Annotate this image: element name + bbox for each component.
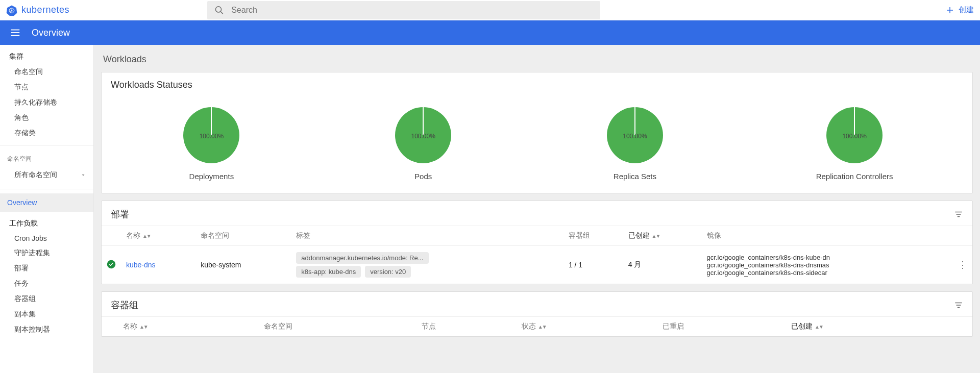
create-button-label: 创建	[959, 5, 974, 15]
row-actions-button[interactable]: ⋮	[958, 260, 967, 270]
sidebar-section-workloads: 工作负载	[0, 212, 93, 231]
status-pods: 100.00% Pods	[393, 105, 454, 181]
chevron-down-icon	[80, 172, 86, 178]
label-chip[interactable]: k8s-app: kube-dns	[296, 266, 361, 278]
namespace-picker[interactable]: 所有命名空间	[0, 165, 93, 185]
status-replicasets: 100.00% Replica Sets	[604, 105, 666, 181]
namespace-picker-value: 所有命名空间	[14, 170, 57, 180]
pie-percent-label: 100.00%	[842, 133, 866, 140]
pie-percent-label: 100.00%	[411, 133, 435, 140]
status-ok-icon	[107, 260, 116, 269]
status-caption: Deployments	[181, 172, 242, 181]
sidebar-item-jobs[interactable]: 任务	[0, 276, 93, 291]
brand[interactable]: kubernetes	[6, 5, 69, 16]
sort-icon: ▲▼	[142, 233, 151, 239]
svg-rect-29	[958, 307, 960, 308]
sort-icon: ▲▼	[538, 324, 546, 330]
status-replicationcontrollers: 100.00% Replication Controllers	[816, 105, 893, 181]
col-node[interactable]: 节点	[416, 317, 517, 337]
col-pods[interactable]: 容器组	[564, 226, 623, 246]
status-caption: Pods	[393, 172, 454, 181]
statuses-title: Workloads Statuses	[111, 80, 192, 90]
create-button[interactable]: 创建	[945, 5, 974, 15]
brand-text: kubernetes	[21, 5, 69, 15]
sort-icon: ▲▼	[815, 324, 823, 330]
page-title: Workloads	[101, 52, 973, 72]
deployments-card: 部署 名称 ▲▼ 命名空间 标签 容器组 已创建 ▲▼ 镜像	[101, 201, 973, 284]
sidebar-item-daemonsets[interactable]: 守护进程集	[0, 245, 93, 261]
sidebar-item-replicationcontrollers[interactable]: 副本控制器	[0, 322, 93, 337]
cell-pods: 1 / 1	[564, 246, 623, 284]
svg-rect-25	[958, 216, 960, 217]
hamburger-menu-button[interactable]	[9, 27, 21, 39]
cell-images: gcr.io/google_containers/k8s-dns-kube-dn…	[702, 246, 953, 284]
sort-icon: ▲▼	[139, 324, 148, 330]
sidebar-item-overview[interactable]: Overview	[0, 193, 93, 212]
label-chip[interactable]: version: v20	[365, 266, 411, 278]
svg-rect-27	[955, 303, 962, 304]
pie-percent-label: 100.00%	[623, 133, 647, 140]
svg-rect-28	[957, 305, 961, 306]
status-deployments: 100.00% Deployments	[181, 105, 242, 181]
sidebar-item-cronjobs[interactable]: Cron Jobs	[0, 231, 93, 245]
col-status[interactable]: 状态 ▲▼	[517, 317, 657, 337]
divider	[0, 189, 93, 189]
pie-percent-label: 100.00%	[200, 133, 224, 140]
sort-icon: ▲▼	[652, 233, 660, 239]
col-namespace[interactable]: 命名空间	[259, 317, 417, 337]
kubernetes-logo-icon	[6, 5, 17, 16]
appbar-title: Overview	[32, 28, 70, 38]
cell-namespace: kube-system	[195, 246, 291, 284]
sidebar-section-cluster: 集群	[0, 45, 93, 64]
hamburger-icon	[10, 27, 21, 38]
col-images[interactable]: 镜像	[702, 226, 953, 246]
sidebar-item-deployments[interactable]: 部署	[0, 261, 93, 276]
svg-rect-23	[955, 212, 962, 213]
sidebar-item-pods[interactable]: 容器组	[0, 291, 93, 307]
sidebar-item-nodes[interactable]: 节点	[0, 80, 93, 95]
sidebar-item-pv[interactable]: 持久化存储卷	[0, 95, 93, 110]
sidebar-item-roles[interactable]: 角色	[0, 110, 93, 126]
col-restarts[interactable]: 已重启	[657, 317, 787, 337]
filter-icon[interactable]	[954, 301, 963, 310]
col-created[interactable]: 已创建 ▲▼	[786, 317, 956, 337]
plus-icon	[945, 6, 954, 15]
status-caption: Replication Controllers	[816, 172, 893, 181]
col-name[interactable]: 名称 ▲▼	[121, 226, 195, 246]
topbar: kubernetes 创建	[0, 0, 980, 20]
col-created[interactable]: 已创建 ▲▼	[623, 226, 702, 246]
svg-rect-24	[957, 214, 961, 215]
sidebar-namespace-label: 命名空间	[0, 150, 93, 165]
table-row: kube-dns kube-system addonmanager.kubern…	[102, 246, 972, 284]
sidebar: 集群 命名空间 节点 持久化存储卷 角色 存储类 命名空间 所有命名空间 Ove…	[0, 45, 94, 373]
content: Workloads Workloads Statuses 100.00% Dep…	[94, 45, 980, 373]
svg-point-8	[215, 6, 221, 12]
col-labels[interactable]: 标签	[291, 226, 564, 246]
col-namespace[interactable]: 命名空间	[195, 226, 291, 246]
sidebar-item-storageclass[interactable]: 存储类	[0, 126, 93, 141]
cell-created: 4 月	[623, 246, 702, 284]
sidebar-item-replicasets[interactable]: 副本集	[0, 307, 93, 322]
divider	[0, 145, 93, 145]
pods-card: 容器组 名称 ▲▼ 命名空间 节点 状态 ▲▼ 已重启 已创建 ▲▼	[101, 291, 973, 337]
sidebar-item-namespaces[interactable]: 命名空间	[0, 64, 93, 80]
cell-labels: addonmanager.kubernetes.io/mode: Re... k…	[291, 246, 564, 284]
appbar: Overview	[0, 20, 980, 45]
label-chip[interactable]: addonmanager.kubernetes.io/mode: Re...	[296, 252, 428, 264]
svg-line-9	[220, 11, 223, 14]
col-name[interactable]: 名称 ▲▼	[118, 317, 259, 337]
search-icon	[214, 5, 224, 15]
filter-icon[interactable]	[954, 210, 963, 219]
pods-title: 容器组	[111, 299, 138, 311]
search-input[interactable]	[231, 6, 593, 15]
status-caption: Replica Sets	[604, 172, 666, 181]
search-box[interactable]	[207, 1, 600, 19]
workloads-statuses-card: Workloads Statuses 100.00% Deployments	[101, 72, 973, 193]
deployment-link-kube-dns[interactable]: kube-dns	[126, 261, 156, 269]
deployments-title: 部署	[111, 208, 129, 220]
